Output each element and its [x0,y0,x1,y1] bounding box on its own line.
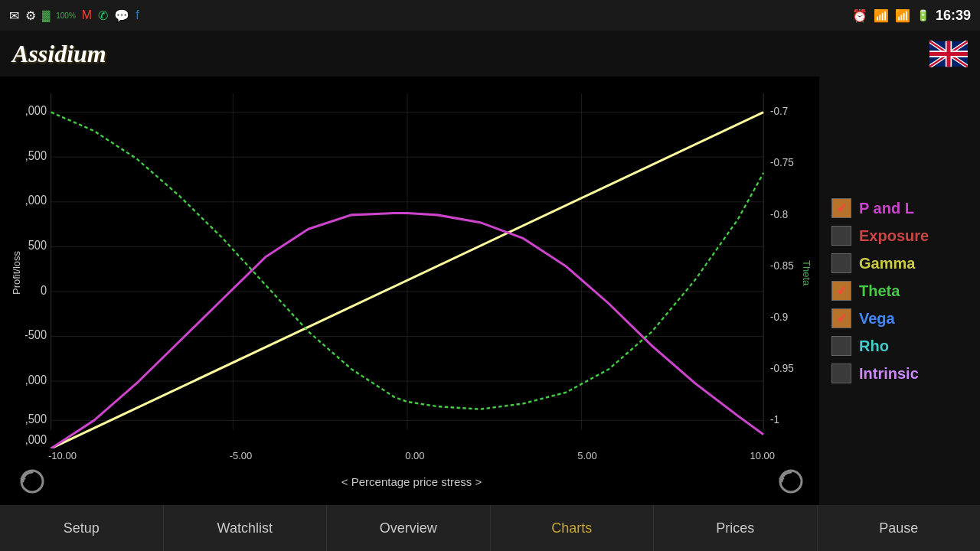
wifi-icon: 📶 [874,8,889,23]
battery-icon: ▓ [42,9,50,21]
x-axis-title: < Percentage price stress > [341,472,482,491]
svg-text:-0.9: -0.9 [770,310,788,323]
svg-point-34 [780,471,802,492]
x-axis-labels: -10.00 -5.00 0.00 5.00 10.00 [25,448,798,461]
legend-checkbox-exposure[interactable] [831,226,851,246]
chart-container: Profit/loss [8,84,815,461]
legend-checkbox-vega[interactable]: ✓ [831,308,851,328]
email-icon: ✉ [9,8,19,23]
bottom-nav: Setup Watchlist Overview Charts Prices P… [0,505,980,551]
svg-text:-1: -1 [770,413,779,426]
legend-label-gamma: Gamma [859,255,915,272]
legend-panel: ✓ P and L Exposure Gamma ✓ Theta ✓ Vega [819,77,980,505]
x-label-5: 10.00 [750,450,775,461]
legend-item-gamma[interactable]: Gamma [831,253,968,273]
svg-text:1,500: 1,500 [25,148,47,162]
svg-text:-0.8: -0.8 [770,207,788,220]
legend-item-vega[interactable]: ✓ Vega [831,308,968,328]
legend-checkbox-intrinsic[interactable] [831,364,851,383]
refresh-left-button[interactable] [15,465,49,498]
legend-checkbox-pandl[interactable]: ✓ [831,198,851,218]
x-label-4: 5.00 [577,450,596,461]
main-content: Profit/loss [0,77,980,505]
svg-text:2,000: 2,000 [25,104,47,118]
refresh-left-icon [18,468,46,495]
svg-text:-0.85: -0.85 [770,259,794,272]
time-display: 16:39 [936,8,971,24]
legend-label-exposure: Exposure [859,227,929,245]
nav-charts[interactable]: Charts [491,505,655,551]
nav-pause[interactable]: Pause [818,505,981,551]
legend-checkbox-gamma[interactable] [831,253,851,273]
chart-bottom: < Percentage price stress > [8,461,815,501]
legend-label-pandl: P and L [859,200,914,217]
svg-rect-1 [25,84,798,448]
svg-text:-1,000: -1,000 [25,373,47,386]
status-right-icons: ⏰ 📶 📶 🔋 16:39 [852,8,971,24]
x-label-2: -5.00 [230,450,253,461]
checkmark-vega: ✓ [836,311,848,325]
x-label-1: -10.00 [48,450,77,461]
legend-item-theta[interactable]: ✓ Theta [831,281,968,301]
logo-text: Assidium [12,40,106,67]
facebook-icon: f [136,8,139,22]
battery-full-icon: 🔋 [916,9,929,21]
x-label-3: 0.00 [405,450,424,461]
legend-label-rho: Rho [859,337,889,355]
svg-text:-1,500: -1,500 [25,412,47,425]
svg-text:-0.75: -0.75 [770,156,794,169]
svg-text:-500: -500 [25,328,47,342]
checkmark-theta: ✓ [836,284,848,298]
checkmark-pandl: ✓ [836,201,848,215]
legend-item-intrinsic[interactable]: Intrinsic [831,364,968,383]
legend-item-exposure[interactable]: Exposure [831,226,968,246]
chart-inner: 2,000 1,500 1,000 500 0 -500 -1,000 -1,5… [25,84,798,461]
whatsapp-icon: ✆ [98,8,108,23]
nav-prices[interactable]: Prices [654,505,818,551]
legend-label-vega: Vega [859,310,895,328]
battery-percent: 100% [56,11,76,20]
nav-overview-label: Overview [380,520,437,536]
legend-label-intrinsic: Intrinsic [859,365,919,383]
nav-watchlist-label: Watchlist [217,520,273,536]
legend-item-pandl[interactable]: ✓ P and L [831,198,968,218]
chart-svg: 2,000 1,500 1,000 500 0 -500 -1,000 -1,5… [25,84,798,448]
status-bar: ✉ ⚙ ▓ 100% M ✆ 💬 f ⏰ 📶 📶 🔋 16:39 [0,0,980,31]
app-header: Assidium [0,31,980,77]
legend-label-theta: Theta [859,282,900,300]
svg-text:-0.95: -0.95 [770,361,794,374]
svg-text:-2,000: -2,000 [25,432,47,446]
nav-setup[interactable]: Setup [0,505,164,551]
svg-text:-0.7: -0.7 [770,105,788,118]
legend-item-rho[interactable]: Rho [831,336,968,356]
uk-flag [929,41,968,67]
svg-text:500: 500 [28,238,47,252]
nav-setup-label: Setup [64,520,100,536]
signal-icon: 📶 [895,8,910,23]
svg-text:0: 0 [41,283,47,297]
chat-icon: 💬 [114,8,129,23]
nav-charts-label: Charts [551,520,592,536]
refresh-right-icon [777,468,805,495]
svg-point-32 [21,471,43,492]
legend-checkbox-rho[interactable] [831,336,851,356]
svg-text:1,000: 1,000 [25,194,47,207]
gmail-icon: M [82,8,92,22]
chart-area: Profit/loss [0,77,819,505]
app-logo: Assidium [12,40,106,68]
nav-overview[interactable]: Overview [327,505,491,551]
nav-watchlist[interactable]: Watchlist [164,505,328,551]
status-left-icons: ✉ ⚙ ▓ 100% M ✆ 💬 f [9,8,139,23]
nav-pause-label: Pause [879,520,918,536]
y-axis-right-label: Theta [798,84,815,461]
legend-checkbox-theta[interactable]: ✓ [831,281,851,301]
usb-icon: ⚙ [25,8,36,23]
chart-svg-wrapper: 2,000 1,500 1,000 500 0 -500 -1,000 -1,5… [25,84,798,448]
nav-prices-label: Prices [716,520,754,536]
alarm-icon: ⏰ [852,8,867,23]
y-axis-left-label: Profit/loss [8,84,25,461]
refresh-right-button[interactable] [774,465,808,498]
